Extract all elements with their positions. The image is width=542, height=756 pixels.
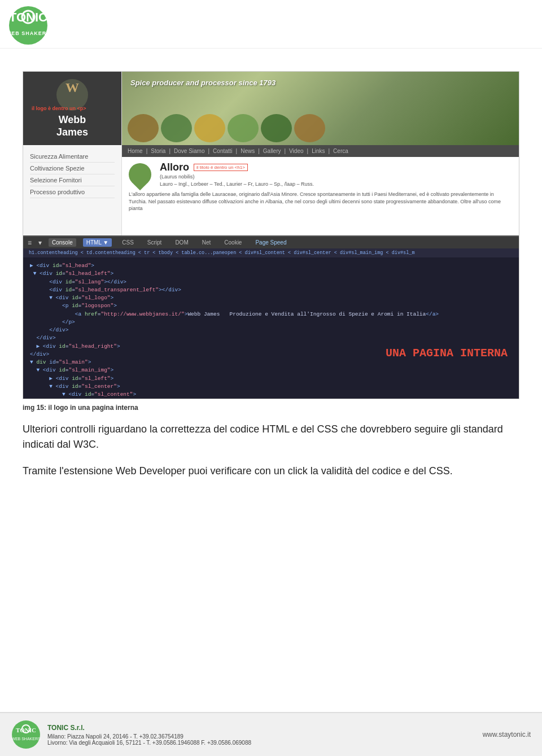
footer-company: TONIC S.r.l. <box>47 724 251 732</box>
nav-home[interactable]: Home <box>128 148 143 154</box>
svg-text:WEB SHAKERS: WEB SHAKERS <box>11 737 41 741</box>
nav-item-3[interactable]: Selezione Fornitori <box>30 174 115 186</box>
spice-img-2 <box>161 114 192 142</box>
tonic-logo-icon: TONIC WEB SHAKERS <box>8 6 76 45</box>
site-hero: Spice producer and processor since 1793 <box>122 72 519 145</box>
site-content-header: Alloro il titolo è dentro un <h1> (Lauru… <box>129 161 512 187</box>
svg-text:W: W <box>65 80 79 95</box>
spice-img-6 <box>294 114 325 142</box>
site-preview: W Webb James Sicurezza Alimentare Coltiv… <box>23 72 519 235</box>
devtools-tab-cookie[interactable]: Cookie <box>221 238 245 247</box>
site-page-title: Alloro <box>160 161 189 173</box>
leaf-icon <box>124 159 156 191</box>
devtools-tab-css[interactable]: CSS <box>119 238 137 247</box>
site-content-line2: Lauro – Ingl., Lorbeer – Ted., Laurier –… <box>160 181 314 188</box>
nav-sep-6: | <box>285 148 286 154</box>
nav-storia[interactable]: Storia <box>151 148 165 154</box>
devtools-tab-net[interactable]: Net <box>199 238 215 247</box>
annotation-logo-text: il logo è dentro un <p> <box>32 106 86 112</box>
nav-contatti[interactable]: Contatti <box>213 148 232 154</box>
nav-sep-3: | <box>208 148 210 154</box>
footer-logo-svg: TONIC WEB SHAKERS <box>11 720 41 749</box>
site-content-desc: L'alloro appartiene alla famiglia delle … <box>129 191 512 212</box>
nav-item-1[interactable]: Sicurezza Alimentare <box>30 151 115 163</box>
webb-james-name: Webb James <box>55 114 89 138</box>
devtools-tab-html[interactable]: HTML ▼ <box>83 238 112 247</box>
devtools-menu-icon[interactable]: ≡ <box>28 239 32 247</box>
spice-img-1 <box>128 114 159 142</box>
devtools-breadcrumb: h1.contentheading < td.contentheading < … <box>23 248 519 257</box>
nav-sep-8: | <box>328 148 330 154</box>
footer-address1: Milano: Piazza Napoli 24, 20146 - T. +39… <box>47 733 251 740</box>
site-top-nav: Home | Storia | Dove Siamo | Contatti | … <box>122 145 519 157</box>
svg-text:TONIC: TONIC <box>9 10 47 24</box>
nav-links[interactable]: Links <box>312 148 325 154</box>
devtools-tab-console[interactable]: Console <box>49 238 76 247</box>
una-pagina-interna-label: UNA PAGINA INTERNA <box>386 345 508 362</box>
footer-address-block: TONIC S.r.l. Milano: Piazza Napoli 24, 2… <box>47 724 251 746</box>
footer-left: TONIC WEB SHAKERS TONIC S.r.l. Milano: P… <box>11 720 251 749</box>
site-left-panel: W Webb James Sicurezza Alimentare Coltiv… <box>23 72 122 235</box>
nav-gallery[interactable]: Gallery <box>263 148 281 154</box>
site-content-subtitle: (Laurus nobilis) <box>160 173 314 181</box>
site-right-panel: Spice producer and processor since 1793 … <box>122 72 519 235</box>
svg-text:WEB SHAKERS: WEB SHAKERS <box>8 30 50 36</box>
nav-sep-2: | <box>169 148 171 154</box>
site-nav-items: Sicurezza Alimentare Coltivazione Spezie… <box>23 145 121 204</box>
spice-img-4 <box>228 114 259 142</box>
devtools-tab-pagespeed[interactable]: Page Speed <box>252 238 290 247</box>
footer-address2: Livorno: Via degli Acquaioli 16, 57121 -… <box>47 740 251 746</box>
html-code-area: ▶ <div id="sl_head"> ▼ <div id="sl_head_… <box>23 257 519 399</box>
nav-dove[interactable]: Dove Siamo <box>174 148 204 154</box>
body-paragraph-1: Ulteriori controlli riguardano la corret… <box>23 422 519 452</box>
page-header: TONIC WEB SHAKERS <box>0 0 542 49</box>
nav-sep-4: | <box>236 148 238 154</box>
devtools-tab-dom[interactable]: DOM <box>172 238 191 247</box>
devtools-arrow-icon[interactable]: ▾ <box>38 239 42 247</box>
main-content: il logo è dentro un <p> W Webb James <box>0 49 542 501</box>
site-content-area: Alloro il titolo è dentro un <h1> (Lauru… <box>122 157 519 235</box>
page-footer: TONIC WEB SHAKERS TONIC S.r.l. Milano: P… <box>0 712 542 756</box>
company-logo: TONIC WEB SHAKERS <box>8 6 76 45</box>
nav-item-4[interactable]: Processo produttivo <box>30 186 115 198</box>
devtools-tab-script[interactable]: Script <box>144 238 165 247</box>
annotation-h1-label: il titolo è dentro un <h1> <box>194 164 248 171</box>
hero-text: Spice producer and processor since 1793 <box>130 78 276 87</box>
image-caption: img 15: il logo in una pagina interna <box>23 404 519 412</box>
screenshot-area: il logo è dentro un <p> W Webb James <box>23 71 519 399</box>
nav-item-2[interactable]: Coltivazione Spezie <box>30 163 115 174</box>
devtools-bar: ≡ ▾ Console HTML ▼ CSS Script DOM Net Co… <box>23 235 519 248</box>
nav-sep-7: | <box>307 148 309 154</box>
nav-news[interactable]: News <box>241 148 255 154</box>
site-title-block: Alloro il titolo è dentro un <h1> (Lauru… <box>160 161 314 187</box>
spice-img-5 <box>261 114 292 142</box>
body-paragraph-2: Tramite l'estensione Web Developer puoi … <box>23 464 519 479</box>
spice-img-3 <box>194 114 225 142</box>
nav-cerca[interactable]: Cerca <box>333 148 348 154</box>
nav-sep-5: | <box>258 148 260 154</box>
nav-sep-1: | <box>146 148 148 154</box>
footer-website: www.staytonic.it <box>483 731 531 738</box>
nav-video[interactable]: Video <box>289 148 303 154</box>
